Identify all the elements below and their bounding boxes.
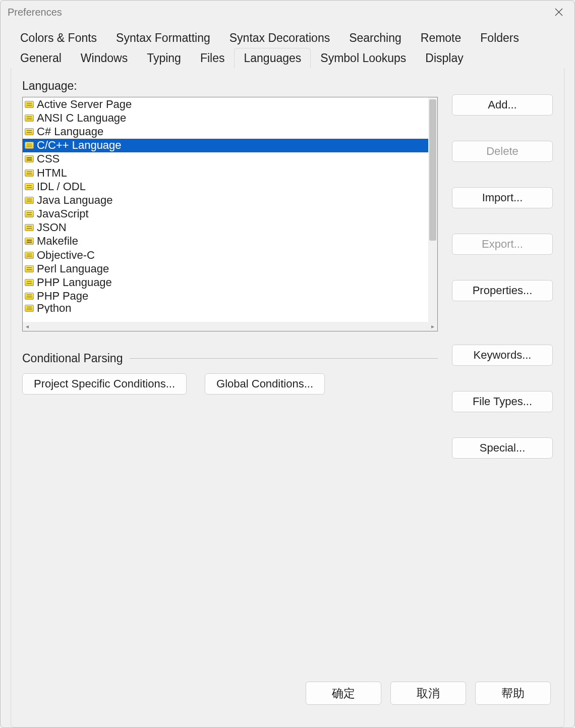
language-item[interactable]: JavaScript — [23, 207, 428, 221]
tab-syntax-decorations[interactable]: Syntax Decorations — [220, 28, 339, 48]
content-area: Colors & FontsSyntax FormattingSyntax De… — [1, 23, 574, 727]
tab-languages[interactable]: Languages — [234, 48, 311, 68]
language-icon — [25, 155, 34, 162]
tab-files[interactable]: Files — [191, 48, 235, 68]
language-item-label: JSON — [37, 221, 67, 234]
tab-folders[interactable]: Folders — [471, 28, 529, 48]
horizontal-scrollbar[interactable]: ◂ ▸ — [23, 322, 437, 331]
project-conditions-button[interactable]: Project Specific Conditions... — [22, 373, 187, 395]
language-icon — [25, 197, 34, 204]
languages-row: Language: Active Server PageANSI C Langu… — [22, 79, 553, 459]
language-icon — [25, 265, 34, 272]
ok-button[interactable]: 确定 — [306, 682, 381, 705]
language-item-label: Active Server Page — [37, 98, 132, 111]
language-icon — [25, 279, 34, 286]
language-item[interactable]: IDL / ODL — [23, 180, 428, 193]
language-icon — [25, 238, 34, 245]
language-item-label: IDL / ODL — [37, 180, 86, 193]
vertical-scrollbar[interactable] — [428, 97, 437, 322]
language-item-label: JavaScript — [37, 207, 89, 220]
language-item-label: Makefile — [37, 235, 78, 248]
special-button[interactable]: Special... — [452, 437, 553, 459]
tab-typing[interactable]: Typing — [137, 48, 191, 68]
language-icon — [25, 170, 34, 177]
language-item[interactable]: Java Language — [23, 193, 428, 207]
language-item-label: Objective-C — [37, 249, 95, 262]
global-conditions-button[interactable]: Global Conditions... — [205, 373, 325, 395]
conditional-buttons-row: Project Specific Conditions... Global Co… — [22, 373, 438, 395]
scroll-right-icon[interactable]: ▸ — [431, 323, 434, 330]
language-item-label: CSS — [37, 152, 60, 165]
language-item-label: HTML — [37, 166, 67, 180]
tab-remote[interactable]: Remote — [411, 28, 471, 48]
tab-panel-languages: Language: Active Server PageANSI C Langu… — [11, 68, 564, 727]
language-item-label: Python — [37, 303, 72, 313]
keywords-button[interactable]: Keywords... — [452, 345, 553, 366]
side-button-column: Add... Delete Import... Export... Proper… — [452, 79, 553, 459]
cancel-button[interactable]: 取消 — [390, 682, 466, 705]
language-item[interactable]: Objective-C — [23, 248, 428, 262]
languages-left-col: Language: Active Server PageANSI C Langu… — [22, 79, 438, 459]
language-item-label: Java Language — [37, 194, 112, 207]
language-item[interactable]: ANSI C Language — [23, 111, 428, 125]
language-icon — [25, 101, 34, 108]
language-item[interactable]: PHP Language — [23, 275, 428, 289]
language-item-label: PHP Page — [37, 290, 88, 303]
language-listbox[interactable]: Active Server PageANSI C LanguageC# Lang… — [22, 97, 438, 331]
tab-row-1: Colors & FontsSyntax FormattingSyntax De… — [11, 28, 564, 48]
language-icon — [25, 305, 34, 312]
conditional-parsing-group: Conditional Parsing — [22, 352, 438, 365]
close-button[interactable] — [548, 4, 569, 21]
tab-colors-fonts[interactable]: Colors & Fonts — [11, 28, 106, 48]
language-item[interactable]: CSS — [23, 152, 428, 166]
import-button[interactable]: Import... — [452, 187, 553, 208]
titlebar: Preferences — [1, 1, 574, 23]
tab-display[interactable]: Display — [416, 48, 473, 68]
language-item[interactable]: Python — [23, 303, 428, 313]
language-list-items: Active Server PageANSI C LanguageC# Lang… — [23, 97, 428, 322]
close-icon — [554, 8, 563, 17]
language-icon — [25, 128, 34, 135]
window-title: Preferences — [8, 7, 62, 18]
scroll-left-icon[interactable]: ◂ — [26, 323, 29, 330]
language-icon — [25, 115, 34, 122]
language-item[interactable]: Perl Language — [23, 262, 428, 275]
language-item[interactable]: Makefile — [23, 235, 428, 248]
tab-syntax-formatting[interactable]: Syntax Formatting — [106, 28, 220, 48]
language-label: Language: — [22, 79, 438, 93]
properties-button[interactable]: Properties... — [452, 280, 553, 301]
delete-button[interactable]: Delete — [452, 141, 553, 162]
language-item-label: Perl Language — [37, 262, 109, 275]
file-types-button[interactable]: File Types... — [452, 391, 553, 412]
tab-general[interactable]: General — [11, 48, 71, 68]
add-button[interactable]: Add... — [452, 94, 553, 116]
language-icon — [25, 142, 34, 149]
language-item[interactable]: HTML — [23, 166, 428, 180]
language-icon — [25, 252, 34, 259]
scrollbar-thumb[interactable] — [429, 99, 436, 241]
language-icon — [25, 210, 34, 217]
language-item-label: C/C++ Language — [37, 139, 122, 152]
language-item-label: C# Language — [37, 125, 103, 138]
group-divider — [130, 358, 438, 359]
preferences-window: Preferences Colors & FontsSyntax Formatt… — [0, 0, 575, 728]
language-icon — [25, 224, 34, 231]
tab-searching[interactable]: Searching — [339, 28, 411, 48]
tab-row-2: GeneralWindowsTypingFilesLanguagesSymbol… — [11, 48, 564, 68]
export-button[interactable]: Export... — [452, 234, 553, 255]
conditional-parsing-title: Conditional Parsing — [22, 352, 123, 365]
language-icon — [25, 293, 34, 300]
language-item[interactable]: Active Server Page — [23, 97, 428, 111]
tab-symbol-lookups[interactable]: Symbol Lookups — [311, 48, 416, 68]
language-item[interactable]: C# Language — [23, 125, 428, 138]
dialog-footer: 确定 取消 帮助 — [22, 671, 553, 716]
help-button[interactable]: 帮助 — [475, 682, 551, 705]
language-item-label: ANSI C Language — [37, 111, 126, 125]
language-item[interactable]: PHP Page — [23, 290, 428, 303]
tab-windows[interactable]: Windows — [71, 48, 137, 68]
language-item-label: PHP Language — [37, 276, 112, 289]
language-item[interactable]: JSON — [23, 221, 428, 235]
language-item[interactable]: C/C++ Language — [23, 139, 428, 152]
language-listbox-view: Active Server PageANSI C LanguageC# Lang… — [23, 97, 437, 322]
language-icon — [25, 183, 34, 190]
